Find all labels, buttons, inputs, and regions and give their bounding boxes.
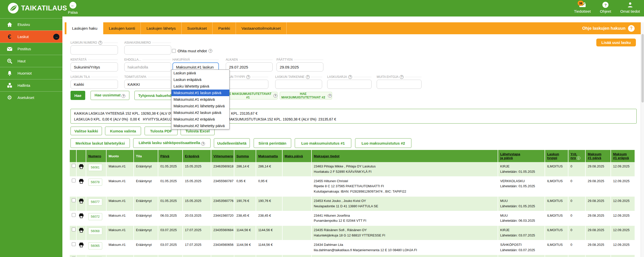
dropdown-option[interactable]: Maksumuist.#1 lähetetty päivä: [171, 103, 229, 109]
row-checkbox[interactable]: [72, 213, 76, 217]
cell-summa: 190,76 €: [234, 196, 256, 211]
help-icon[interactable]: [348, 75, 352, 79]
row-checkbox[interactable]: [72, 228, 76, 231]
dropdown-option[interactable]: Maksumuist.#1 eräpäivä: [171, 96, 229, 103]
invoice-number-link[interactable]: 56081: [88, 164, 102, 171]
field-label: ALKAEN: [226, 58, 238, 61]
laskun-tarkenne-input[interactable]: [275, 80, 322, 89]
laskun-numero-input[interactable]: [71, 45, 118, 55]
field-muita-ehtoja: MUITA EHTOJA: [377, 75, 422, 89]
alkaen-date-input[interactable]: [226, 62, 273, 72]
cell-maksum1-paiva: 29.08.2025: [585, 226, 611, 240]
dropdown-option[interactable]: Maksumuist.#2 eräpäivä: [171, 116, 229, 123]
invoice-number-link[interactable]: 56072: [88, 213, 102, 220]
tab-laskujen-luonti[interactable]: Laskujen luonti: [103, 22, 141, 34]
muita-ehtoja-input[interactable]: [377, 80, 422, 89]
tab-pankki[interactable]: Pankki: [213, 22, 236, 34]
cell-muoto: Maksum.#1: [106, 196, 134, 211]
print-icon[interactable]: [79, 213, 84, 220]
fetch-reminder-2-button[interactable]: HAE MAKSUMUISTUTETTAVAT #2: [280, 92, 332, 99]
dropdown-option[interactable]: Laskun päivä: [171, 70, 229, 76]
invoice-number-link[interactable]: 56068: [88, 228, 102, 235]
dropdown-option[interactable]: Maksumuist.#2 laskun päivä: [171, 109, 229, 116]
ehdolla-input[interactable]: [124, 62, 171, 72]
select-all-button[interactable]: Valitse kaikki: [71, 127, 102, 135]
dropdown-option[interactable]: Laskun eräpäivä: [171, 76, 229, 83]
search-help-link[interactable]: Ohje laskujen hakuun ?: [582, 22, 641, 34]
cell-paiva: 01.05.2025: [158, 196, 183, 211]
toimitustapa-select[interactable]: [124, 80, 171, 89]
app-logo: TAIKATILAUS: [8, 3, 67, 14]
notification-badge: 38: [578, 1, 584, 6]
print-icon[interactable]: [79, 179, 84, 185]
create-reminder-2-button[interactable]: Luo maksumuistutus #2: [355, 138, 411, 148]
undo-selection-button[interactable]: Kumoa valinta: [105, 127, 141, 135]
payer-line: Punamäenpolku 12 E 02044 VTT FI: [314, 218, 496, 224]
help-icon[interactable]: [306, 75, 310, 79]
dropdown-option[interactable]: Maksumuist.#2 lähetetty päivä: [171, 123, 229, 129]
print-icon[interactable]: [79, 228, 84, 234]
help-icon[interactable]: [208, 49, 212, 53]
row-checkbox[interactable]: [72, 179, 76, 182]
help-icon[interactable]: [121, 94, 125, 98]
sidebar-item-postitus[interactable]: Postitus: [0, 43, 62, 55]
tab-suoritukset[interactable]: Suoritukset: [182, 22, 213, 34]
help-icon[interactable]: [201, 142, 205, 146]
help-icon[interactable]: [577, 156, 580, 160]
payer-line: 23463 Pihlaja Mikke , Pihlaja OY Laskutu…: [314, 164, 496, 169]
invoice-number-link[interactable]: 56065: [88, 242, 102, 249]
sidebar-item-huomiot[interactable]: Huomiot: [0, 67, 62, 79]
sidebar-item-haut[interactable]: Haut: [0, 55, 62, 67]
mark-sent-button[interactable]: Merkitse laskut lähetetyiksi: [71, 138, 130, 148]
cell-summa: 1144,56 €: [234, 240, 256, 255]
kentasta-input[interactable]: [71, 62, 118, 72]
sidebar-item-asetukset[interactable]: ⚙ Asetukset: [0, 91, 62, 104]
back-button[interactable]: ← Palaa: [68, 2, 78, 14]
row-checkbox[interactable]: [72, 242, 76, 246]
cell-viitenumero: 23434560643: [211, 255, 234, 257]
fetch-reminder-1-button[interactable]: HAE MAKSUMUISTUTETTAVAT #1: [224, 92, 277, 99]
tab-laskujen-lahetys[interactable]: Laskujen lähetys: [141, 22, 181, 34]
move-to-collection-button[interactable]: Siirrä perintään: [254, 138, 291, 148]
dropdown-option[interactable]: Lasku lähetetty päivä: [171, 83, 229, 90]
create-reminder-1-button[interactable]: Luo maksumuistutus #1: [295, 138, 351, 148]
scrollbar[interactable]: [641, 22, 644, 257]
scrollbar-thumb[interactable]: [641, 34, 644, 102]
help-icon[interactable]: [328, 94, 332, 98]
help-icon[interactable]: [400, 75, 404, 79]
tab-vastaanottoilmoitukset[interactable]: Vastaanottoilmoitukset: [236, 22, 287, 34]
paattyen-date-input[interactable]: [276, 62, 323, 72]
arrow-right-icon[interactable]: →: [53, 34, 59, 40]
checkbox[interactable]: [172, 49, 176, 53]
send-email-cover-button[interactable]: Lähetä lasku sähköpostisaatteella: [133, 138, 211, 148]
notifications-button[interactable]: 38 Tiedotteet: [574, 2, 591, 13]
search-newest-button[interactable]: Hae uusimmat: [91, 91, 129, 100]
sidebar-item-hallinta[interactable]: Hallinta: [0, 79, 62, 91]
laskusarja-input[interactable]: [327, 80, 372, 89]
print-icon[interactable]: [79, 198, 84, 205]
ohita-muut-ehdot-checkbox[interactable]: Ohita muut ehdot: [172, 49, 212, 53]
resend-button[interactable]: Uudelleenlähetä: [214, 138, 250, 148]
profile-button[interactable]: Omat tiedot: [620, 2, 640, 13]
help-icon[interactable]: [98, 41, 102, 45]
help-icon[interactable]: [273, 94, 277, 98]
sidebar-item-laskut[interactable]: € Laskut →: [0, 30, 62, 43]
sidebar-item-etusivu[interactable]: Etusivu: [0, 18, 62, 30]
laskun-tila-select[interactable]: [71, 80, 118, 89]
table-header: Numero Muoto Tila Päivä Eräpäivä Viitenu…: [70, 150, 635, 162]
add-invoice-button[interactable]: Lisää uusi lasku: [596, 39, 636, 46]
cell-summa: 0,95 €: [234, 177, 256, 196]
tab-laskujen-haku[interactable]: Laskujen haku: [66, 22, 103, 34]
print-icon[interactable]: [79, 164, 84, 171]
print-icon[interactable]: [79, 242, 84, 249]
row-checkbox[interactable]: [72, 164, 76, 168]
row-checkbox[interactable]: [72, 198, 76, 202]
dropdown-option[interactable]: Maksumuist.#1 laskun päivä: [171, 90, 229, 96]
help-icon[interactable]: [246, 75, 250, 79]
help-button[interactable]: ? Ohjeet: [600, 2, 611, 13]
invoice-number-link[interactable]: 56077: [88, 198, 102, 205]
asiakasnumero-input[interactable]: [124, 45, 171, 55]
delivery-date: Lähetetään: 06.03.2025: [500, 218, 543, 224]
search-button[interactable]: Hae: [71, 91, 85, 100]
invoice-number-link[interactable]: 56078: [88, 179, 102, 186]
